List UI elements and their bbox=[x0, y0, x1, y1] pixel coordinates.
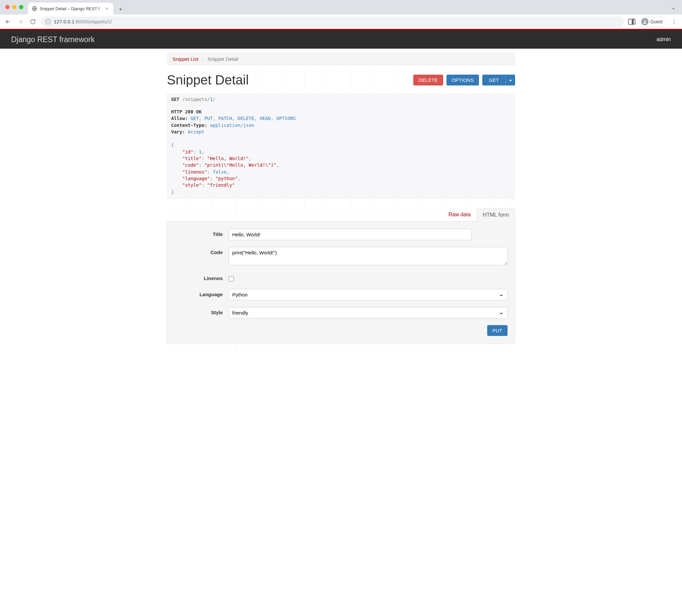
tab-list-button[interactable] bbox=[671, 6, 676, 11]
breadcrumb: Snippet List / Snippet Detail bbox=[167, 52, 515, 65]
svg-point-1 bbox=[644, 20, 645, 22]
language-label: Language bbox=[175, 289, 229, 297]
tab-title: Snippet Detail – Django REST f bbox=[40, 6, 101, 11]
browser-tab[interactable]: Snippet Detail – Django REST f bbox=[28, 3, 113, 15]
globe-icon bbox=[32, 6, 37, 11]
minimize-window-icon[interactable] bbox=[12, 5, 17, 9]
brand-link[interactable]: Django REST framework bbox=[11, 35, 95, 44]
put-button[interactable]: PUT bbox=[487, 325, 507, 336]
delete-button[interactable]: DELETE bbox=[413, 74, 443, 86]
side-panel-button[interactable] bbox=[627, 17, 636, 26]
forward-button[interactable] bbox=[16, 17, 25, 26]
app-header: Django REST framework admin bbox=[0, 30, 682, 49]
linenos-label: Linenos bbox=[175, 273, 229, 281]
html-form: Title Code Linenos Language Python Style… bbox=[167, 222, 515, 344]
address-bar[interactable]: i 127.0.0.1:8000/snippets/1/ bbox=[41, 17, 624, 27]
site-info-icon[interactable]: i bbox=[45, 19, 51, 24]
language-select[interactable]: Python bbox=[229, 289, 507, 301]
response-panel: GET /snippets/1/ HTTP 200 OK Allow: GET,… bbox=[167, 93, 515, 199]
breadcrumb-sep: / bbox=[202, 56, 204, 62]
svg-point-4 bbox=[674, 23, 675, 24]
title-label: Title bbox=[175, 229, 229, 237]
get-button[interactable]: GET bbox=[482, 74, 515, 86]
svg-point-2 bbox=[674, 19, 675, 20]
style-select[interactable]: friendly bbox=[229, 307, 507, 318]
code-textarea[interactable] bbox=[229, 247, 507, 265]
svg-point-3 bbox=[674, 21, 675, 22]
user-menu[interactable]: admin bbox=[656, 37, 671, 42]
profile-button[interactable]: Guest bbox=[640, 17, 666, 27]
title-input[interactable] bbox=[229, 229, 472, 240]
linenos-checkbox[interactable] bbox=[229, 276, 234, 281]
get-button-dropdown[interactable] bbox=[506, 74, 515, 86]
new-tab-button[interactable] bbox=[116, 6, 125, 12]
back-button[interactable] bbox=[3, 17, 13, 26]
avatar-icon bbox=[641, 18, 649, 25]
form-tabs: Raw data HTML form bbox=[167, 208, 515, 222]
breadcrumb-root[interactable]: Snippet List bbox=[173, 56, 198, 62]
tab-html-form[interactable]: HTML form bbox=[477, 208, 515, 222]
fullscreen-window-icon[interactable] bbox=[19, 5, 23, 9]
kebab-menu-button[interactable] bbox=[669, 17, 679, 26]
close-window-icon[interactable] bbox=[5, 5, 9, 9]
caret-down-icon bbox=[509, 80, 512, 82]
url-text: 127.0.0.1:8000/snippets/1/ bbox=[54, 19, 112, 24]
tab-raw-data[interactable]: Raw data bbox=[442, 208, 477, 222]
response-body: HTTP 200 OK Allow: GET, PUT, PATCH, DELE… bbox=[167, 105, 515, 199]
code-label: Code bbox=[175, 247, 229, 255]
request-line: GET /snippets/1/ bbox=[167, 94, 515, 105]
options-button[interactable]: OPTIONS bbox=[447, 74, 479, 86]
window-controls[interactable] bbox=[5, 5, 23, 9]
breadcrumb-current: Snippet Detail bbox=[208, 56, 238, 62]
close-tab-icon[interactable] bbox=[104, 6, 109, 11]
get-button-label: GET bbox=[482, 74, 506, 86]
style-label: Style bbox=[175, 307, 229, 315]
reload-button[interactable] bbox=[28, 17, 38, 26]
profile-label: Guest bbox=[651, 19, 663, 24]
page-title: Snippet Detail bbox=[167, 73, 249, 87]
